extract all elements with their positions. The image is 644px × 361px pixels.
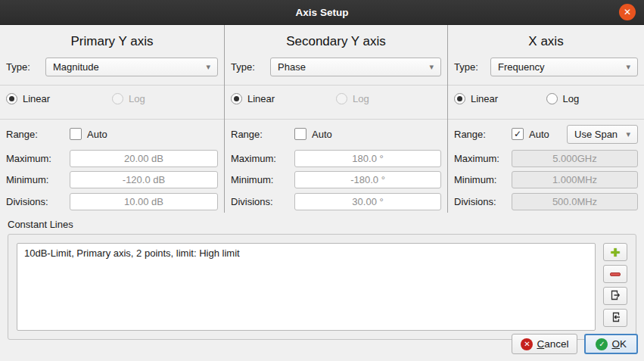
cancel-mnemonic: C xyxy=(537,338,544,350)
chevron-down-icon: ▾ xyxy=(626,62,630,72)
primary-log-label: Log xyxy=(129,93,145,104)
secondary-auto-checkbox[interactable] xyxy=(294,128,306,140)
ok-button[interactable]: ✓ OK xyxy=(584,334,638,354)
primary-minimum-label: Minimum: xyxy=(6,174,70,185)
chevron-down-icon: ▾ xyxy=(206,62,210,72)
secondary-y-axis-header: Secondary Y axis xyxy=(231,28,441,56)
x-divisions-label: Divisions: xyxy=(454,196,512,207)
window-title: Axis Setup xyxy=(296,7,349,18)
secondary-log-label: Log xyxy=(353,93,369,104)
secondary-maximum-input[interactable]: 180.0 ° xyxy=(294,150,441,167)
x-type-dropdown[interactable]: Frequency ▾ xyxy=(490,58,638,76)
primary-y-axis-panel: Primary Y axis Type: Magnitude ▾ Linear … xyxy=(0,25,225,213)
x-span-value: Use Span xyxy=(574,129,626,140)
radio-disabled-icon xyxy=(336,93,347,104)
axis-columns: Primary Y axis Type: Magnitude ▾ Linear … xyxy=(0,25,644,213)
primary-minimum-input[interactable]: -120.0 dB xyxy=(70,171,218,188)
primary-type-value: Magnitude xyxy=(53,61,206,73)
x-glyph: ✕ xyxy=(524,341,530,348)
primary-log-radio: Log xyxy=(112,93,218,104)
list-item[interactable]: 10dB-Limit, Primary axis, 2 points, limi… xyxy=(24,246,588,260)
primary-maximum-input[interactable]: 20.00 dB xyxy=(70,150,218,167)
separator xyxy=(0,119,224,120)
secondary-divisions-input[interactable]: 30.00 ° xyxy=(294,193,441,210)
separator xyxy=(225,119,447,120)
constant-lines-label: Constant Lines xyxy=(8,219,636,230)
radio-selected-icon xyxy=(454,93,465,104)
x-log-radio[interactable]: Log xyxy=(546,93,639,104)
x-minimum-label: Minimum: xyxy=(454,174,512,185)
secondary-type-value: Phase xyxy=(278,61,429,73)
primary-linear-label: Linear xyxy=(23,93,50,104)
cancel-label: Cancel xyxy=(537,338,568,350)
secondary-auto-label: Auto xyxy=(312,129,332,140)
chevron-down-icon: ▾ xyxy=(626,129,630,139)
ok-rest: K xyxy=(620,338,627,350)
cancel-rest: ancel xyxy=(544,338,568,350)
primary-divisions-input[interactable]: 10.00 dB xyxy=(70,193,218,210)
x-auto-checkbox[interactable]: ✓ xyxy=(512,128,524,140)
export-constant-line-button[interactable] xyxy=(603,287,627,305)
ok-mnemonic: O xyxy=(611,338,620,350)
primary-linear-radio[interactable]: Linear xyxy=(6,93,112,104)
x-span-dropdown[interactable]: Use Span ▾ xyxy=(567,125,638,144)
import-constant-line-button[interactable] xyxy=(603,309,627,327)
x-linear-radio[interactable]: Linear xyxy=(454,93,546,104)
secondary-type-dropdown[interactable]: Phase ▾ xyxy=(270,58,441,76)
chevron-down-icon: ▾ xyxy=(429,62,434,72)
radio-selected-icon xyxy=(6,93,17,104)
x-minimum-input: 1.000MHz xyxy=(512,171,638,188)
x-linear-label: Linear xyxy=(471,93,498,104)
separator xyxy=(448,119,644,120)
dialog-footer: ✕ Cancel ✓ OK xyxy=(512,334,638,354)
ok-check-icon: ✓ xyxy=(596,338,608,350)
close-button[interactable]: ✕ xyxy=(619,4,636,20)
x-auto-label: Auto xyxy=(529,129,549,140)
checkbox-check-icon: ✓ xyxy=(514,129,521,139)
export-icon xyxy=(609,289,621,303)
secondary-divisions-label: Divisions: xyxy=(231,196,294,207)
primary-auto-checkbox[interactable] xyxy=(70,128,82,140)
radio-icon xyxy=(546,93,558,104)
secondary-range-label: Range: xyxy=(231,129,294,140)
secondary-y-axis-panel: Secondary Y axis Type: Phase ▾ Linear Lo… xyxy=(225,25,448,213)
check-glyph: ✓ xyxy=(599,341,605,348)
remove-constant-line-button[interactable] xyxy=(603,265,627,283)
constant-lines-section: Constant Lines 10dB-Limit, Primary axis,… xyxy=(0,219,644,340)
primary-range-label: Range: xyxy=(6,129,70,140)
cancel-x-icon: ✕ xyxy=(521,338,533,350)
secondary-type-label: Type: xyxy=(231,61,270,73)
x-type-value: Frequency xyxy=(498,61,626,73)
primary-auto-label: Auto xyxy=(87,129,107,140)
x-divisions-input: 500.0MHz xyxy=(512,193,638,210)
minus-icon xyxy=(610,272,621,276)
plus-icon: ✚ xyxy=(611,247,621,258)
import-icon xyxy=(609,311,621,325)
secondary-linear-label: Linear xyxy=(247,93,275,104)
secondary-maximum-label: Maximum: xyxy=(231,153,294,164)
secondary-linear-radio[interactable]: Linear xyxy=(231,93,336,104)
x-axis-panel: X axis Type: Frequency ▾ Linear Log Rang… xyxy=(448,25,644,213)
x-range-label: Range: xyxy=(454,129,512,140)
secondary-minimum-label: Minimum: xyxy=(231,174,294,185)
x-type-label: Type: xyxy=(454,61,490,73)
secondary-log-radio: Log xyxy=(336,93,441,104)
constant-lines-frame: 10dB-Limit, Primary axis, 2 points, limi… xyxy=(8,234,636,340)
x-log-label: Log xyxy=(563,93,580,104)
primary-divisions-label: Divisions: xyxy=(6,196,70,207)
constant-lines-buttons: ✚ xyxy=(603,243,627,331)
ok-label: OK xyxy=(611,338,627,350)
x-maximum-input: 5.000GHz xyxy=(512,150,638,167)
primary-y-axis-header: Primary Y axis xyxy=(6,28,218,56)
titlebar: Axis Setup ✕ xyxy=(0,0,644,25)
radio-selected-icon xyxy=(231,93,242,104)
close-icon: ✕ xyxy=(624,8,631,17)
cancel-button[interactable]: ✕ Cancel xyxy=(512,334,577,354)
x-axis-header: X axis xyxy=(454,28,638,56)
add-constant-line-button[interactable]: ✚ xyxy=(603,243,627,261)
primary-type-label: Type: xyxy=(6,61,45,73)
radio-disabled-icon xyxy=(112,93,123,104)
primary-type-dropdown[interactable]: Magnitude ▾ xyxy=(45,58,218,76)
constant-lines-list[interactable]: 10dB-Limit, Primary axis, 2 points, limi… xyxy=(17,243,596,331)
secondary-minimum-input[interactable]: -180.0 ° xyxy=(294,171,441,188)
